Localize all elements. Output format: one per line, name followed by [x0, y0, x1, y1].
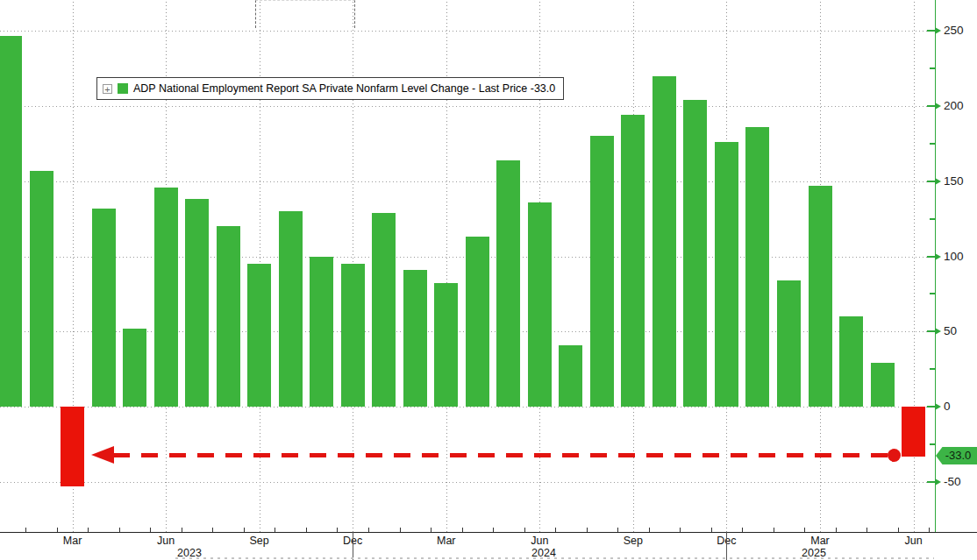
- y-tick-minor: [930, 67, 935, 69]
- x-tick: [804, 528, 805, 532]
- bar-oct-2024: [653, 76, 676, 407]
- x-tick: [587, 528, 588, 532]
- x-tick: [866, 528, 867, 532]
- bar-sep-2024: [621, 115, 645, 407]
- y-tick-label: 150: [944, 174, 964, 188]
- bar-mar-2024: [434, 283, 458, 407]
- h-gridline: [0, 407, 935, 408]
- y-tick-arrow-icon: [935, 103, 941, 110]
- bar-nov-2023: [310, 257, 333, 407]
- y-tick-arrow-icon: [935, 328, 941, 335]
- bar-jun-2024: [528, 202, 552, 407]
- x-tick: [836, 528, 837, 532]
- x-tick: [88, 528, 89, 532]
- x-tick: [431, 528, 431, 532]
- x-tick: [711, 528, 712, 532]
- x-tick: [57, 528, 58, 532]
- y-tick-label: 50: [944, 324, 957, 338]
- h-gridline: [0, 31, 935, 32]
- x-month-label: Mar: [53, 535, 92, 547]
- bar-feb-2025: [777, 280, 801, 407]
- bar-jan-2023: [0, 36, 22, 407]
- x-tick: [25, 528, 26, 532]
- bar-sep-2023: [247, 264, 271, 407]
- x-tick: [493, 528, 494, 532]
- y-tick-stub: [927, 481, 935, 483]
- x-tick: [306, 528, 307, 532]
- x-tick: [337, 528, 338, 532]
- bar-apr-2025: [839, 316, 863, 407]
- y-tick-stub: [927, 30, 935, 32]
- x-month-label: Mar: [801, 535, 839, 547]
- x-tick: [555, 528, 556, 532]
- bar-may-2023: [123, 329, 146, 407]
- h-gridline: [0, 106, 935, 107]
- x-tick: [244, 528, 245, 532]
- bar-mar-2025: [809, 186, 832, 407]
- top-dashed-box: [255, 0, 355, 28]
- x-tick: [150, 528, 151, 532]
- year-separator-line: [353, 532, 353, 560]
- x-tick: [680, 528, 681, 532]
- x-tick: [462, 528, 463, 532]
- bar-may-2025: [871, 363, 895, 407]
- y-tick-arrow-icon: [935, 27, 941, 34]
- x-tick: [929, 528, 930, 532]
- x-tick: [617, 528, 618, 532]
- annotation-arrow-head-icon: [91, 446, 114, 464]
- bar-jun-2025: [902, 407, 925, 457]
- x-month-label: Jun: [146, 535, 185, 547]
- x-tick: [182, 528, 182, 532]
- y-tick-stub: [927, 105, 935, 107]
- x-month-label: Jun: [895, 535, 933, 547]
- x-month-label: Mar: [427, 535, 466, 547]
- x-axis-line: [0, 532, 977, 533]
- x-tick: [368, 528, 369, 532]
- bar-jul-2024: [559, 345, 582, 407]
- y-tick-arrow-icon: [935, 403, 941, 410]
- legend-box[interactable]: + ADP National Employment Report SA Priv…: [96, 77, 564, 100]
- bar-dec-2024: [715, 142, 738, 407]
- year-separator-line: [726, 532, 727, 560]
- x-tick: [275, 528, 275, 532]
- y-tick-label: -50: [944, 475, 961, 489]
- adp-employment-chart: 250200150100500-50MarJunSepDecMarJunSepD…: [0, 0, 977, 560]
- x-tick: [400, 528, 401, 532]
- x-tick: [742, 528, 743, 532]
- x-tick: [898, 528, 899, 532]
- y-tick-label: 200: [944, 99, 964, 113]
- bar-aug-2023: [217, 226, 240, 407]
- bar-jun-2023: [154, 188, 178, 407]
- y-tick-minor: [930, 443, 935, 445]
- y-tick-stub: [927, 256, 935, 258]
- legend-label: ADP National Employment Report SA Privat…: [133, 82, 555, 95]
- bar-feb-2024: [403, 270, 427, 407]
- y-tick-arrow-icon: [935, 253, 941, 260]
- last-price-badge: -33.0: [936, 447, 977, 464]
- bar-apr-2023: [92, 209, 116, 407]
- legend-expander-icon[interactable]: +: [103, 84, 112, 94]
- x-month-label: Sep: [614, 535, 653, 547]
- y-tick-arrow-icon: [935, 178, 941, 185]
- y-tick-stub: [927, 330, 935, 332]
- y-tick-label: 0: [944, 400, 951, 414]
- bottom-cutoff-strip: [175, 557, 934, 559]
- x-tick: [212, 528, 213, 532]
- h-gridline: [0, 482, 935, 483]
- bar-apr-2024: [466, 237, 489, 407]
- y-tick-minor: [930, 368, 935, 370]
- x-tick: [649, 528, 650, 532]
- bar-nov-2024: [683, 100, 707, 407]
- x-tick: [774, 528, 774, 532]
- y-tick-minor: [930, 143, 935, 145]
- y-tick-label: 250: [944, 24, 964, 38]
- x-tick: [119, 528, 120, 532]
- annotation-arrow-origin-dot: [888, 449, 901, 462]
- bar-feb-2023: [30, 171, 53, 407]
- bar-jan-2025: [745, 127, 769, 407]
- x-month-label: Jun: [520, 535, 559, 547]
- bar-jul-2023: [185, 199, 209, 407]
- legend-series-swatch-icon: [118, 83, 128, 94]
- bar-aug-2024: [590, 136, 614, 407]
- y-tick-label: 100: [944, 250, 964, 264]
